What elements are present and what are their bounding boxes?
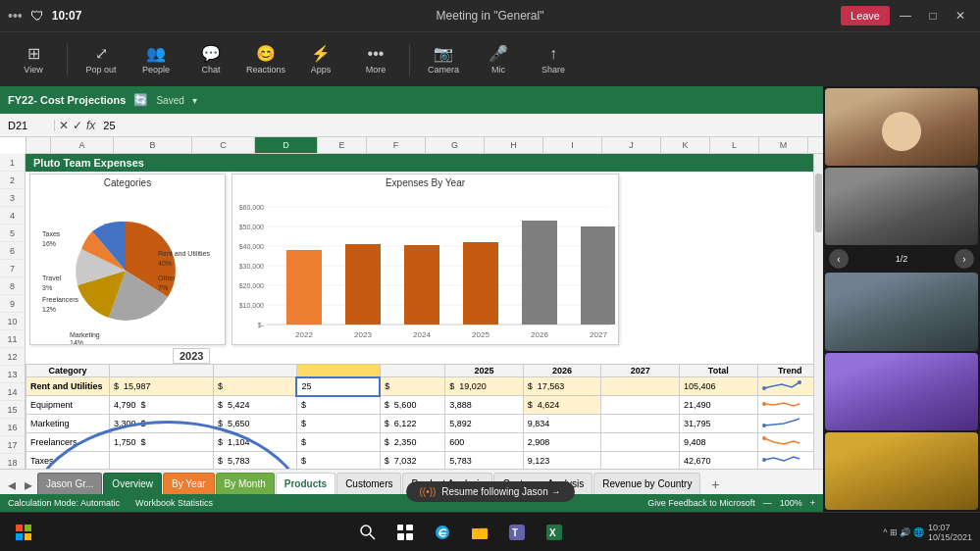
td-free-2025: 600 (445, 433, 524, 452)
col-header-h[interactable]: H (485, 137, 543, 153)
td-rent-2027 (601, 377, 680, 396)
zoom-in-icon[interactable]: + (810, 498, 815, 508)
toolbar-people[interactable]: 👥 People (130, 36, 181, 83)
add-sheet-button[interactable]: + (705, 475, 725, 494)
maximize-button[interactable]: □ (921, 4, 945, 27)
tab-customers[interactable]: Customers (336, 473, 401, 494)
formula-content[interactable]: 25 (99, 120, 819, 131)
toolbar-chat[interactable]: 💬 Chat (185, 36, 236, 83)
td-equip-2025: 3,888 (445, 396, 524, 415)
people-label: People (142, 65, 170, 75)
cancel-formula-icon[interactable]: ✕ (59, 119, 69, 132)
close-button[interactable]: ✕ (949, 4, 972, 27)
leave-button[interactable]: Leave (841, 6, 890, 25)
y-label-30k: $30,000 (239, 263, 264, 270)
x-label-2023: 2023 (354, 330, 372, 339)
edge-taskbar-icon[interactable] (427, 517, 458, 548)
zoom-percent: 100% (780, 498, 802, 508)
col-header-l[interactable]: L (710, 137, 759, 153)
bar-chart-svg: $60,000 $50,000 $40,000 $30,000 $20,000 … (232, 192, 615, 349)
col-header-k[interactable]: K (661, 137, 710, 153)
taskbar-center: T X (43, 517, 879, 548)
tab-overview[interactable]: Overview (103, 473, 162, 494)
bar-2023 (345, 244, 381, 325)
col-header-j[interactable]: J (602, 137, 661, 153)
td-equip-v2: $ 5,424 (214, 396, 297, 415)
label-rent-pct: 40% (158, 260, 172, 267)
toolbar-camera[interactable]: 📷 Camera (418, 36, 469, 83)
table-row-rent: Rent and Utilities $ 15,987 $ 25 $ $ 19,… (26, 377, 823, 396)
scroll-sheets-right[interactable]: ▸ (21, 476, 36, 494)
bar-2027 (581, 226, 615, 325)
spreadsheet-grid[interactable]: Pluto Team Expenses Categories (26, 154, 823, 469)
col-header-c[interactable]: C (192, 137, 255, 153)
toolbar-more[interactable]: ••• More (350, 36, 401, 83)
resume-banner[interactable]: ((•)) Resume following Jason → (406, 481, 575, 502)
workbook-stats: Workbook Statistics (135, 498, 213, 508)
next-participant-button[interactable]: › (954, 249, 974, 269)
col-header-e[interactable]: E (318, 137, 367, 153)
scrollbar-thumb[interactable] (815, 174, 822, 232)
td-mkt-v4: $ 6,122 (380, 415, 444, 433)
col-header-f[interactable]: F (367, 137, 426, 153)
file-explorer-taskbar-icon[interactable] (464, 517, 495, 548)
label-freelancers-pct: 12% (42, 306, 56, 313)
td-rent-2025: $ 19,020 (445, 377, 524, 396)
title-bar-right: Leave — □ ✕ (841, 4, 972, 27)
th-blank2 (214, 365, 297, 377)
col-header-m[interactable]: M (759, 137, 808, 153)
teams-taskbar-icon[interactable]: T (501, 517, 533, 548)
y-label-60k: $60,000 (239, 204, 264, 211)
minimize-button[interactable]: — (894, 4, 917, 27)
label-other-pct: 7% (158, 284, 168, 291)
col-header-a[interactable]: A (51, 137, 114, 153)
video-tile-3 (825, 273, 978, 350)
task-view-button[interactable] (389, 517, 421, 548)
cell-reference[interactable]: D21 (4, 120, 55, 131)
toolbar-apps[interactable]: ⚡ Apps (295, 36, 346, 83)
data-table: Category 2025 2026 2027 Total Trend (26, 364, 823, 469)
toolbar-mic[interactable]: 🎤 Mic (473, 36, 524, 83)
more-label: More (366, 65, 387, 75)
scroll-sheets-left[interactable]: ◂ (4, 476, 20, 494)
fx-icon[interactable]: fx (86, 119, 95, 132)
col-header-g[interactable]: G (426, 137, 485, 153)
excel-taskbar-icon[interactable]: X (539, 517, 570, 548)
tab-revenue-country[interactable]: Revenue by Country (593, 473, 700, 494)
excel-file-title: FY22- Cost Projections (8, 94, 126, 106)
th-2027: 2027 (601, 365, 680, 377)
row-12: 12 (0, 348, 25, 366)
title-bar-left: ••• 🛡 10:07 (8, 8, 81, 24)
video-tile-2 (825, 168, 978, 245)
th-blank4 (380, 365, 444, 377)
row-17: 17 (0, 436, 25, 454)
col-header-i[interactable]: I (543, 137, 602, 153)
tab-by-month[interactable]: By Month (216, 473, 275, 494)
tab-overview-label: Overview (112, 478, 153, 489)
shield-icon: 🛡 (30, 8, 44, 24)
pie-chart-container: Categories (29, 174, 226, 345)
col-header-b[interactable]: B (114, 137, 192, 153)
col-header-d[interactable]: D (255, 137, 318, 153)
camera-icon: 📷 (434, 44, 453, 63)
prev-participant-button[interactable]: ‹ (829, 249, 849, 269)
td-rent-editing[interactable]: 25 (296, 377, 380, 396)
tab-jason[interactable]: Jason Gr... (37, 473, 102, 494)
search-taskbar-button[interactable] (352, 517, 384, 548)
tab-by-year[interactable]: By Year (163, 473, 214, 494)
td-rent-2026: $ 17,563 (523, 377, 601, 396)
tab-products[interactable]: Products (276, 473, 335, 494)
confirm-formula-icon[interactable]: ✓ (73, 119, 82, 132)
toolbar-view[interactable]: ⊞ View (8, 36, 59, 83)
toolbar-share[interactable]: ↑ Share (528, 36, 579, 83)
toolbar-reactions[interactable]: 😊 Reactions (240, 36, 291, 83)
td-free-v3: $ (296, 433, 380, 452)
vertical-scrollbar[interactable] (813, 154, 823, 469)
svg-rect-18 (472, 528, 488, 539)
start-button[interactable] (8, 517, 39, 548)
spreadsheet-title: Pluto Team Expenses (33, 157, 144, 169)
y-label-20k: $20,000 (239, 282, 264, 289)
toolbar-popout[interactable]: ⤢ Pop out (76, 36, 127, 83)
label-marketing-pct: 14% (70, 339, 83, 344)
row-11: 11 (0, 330, 25, 348)
